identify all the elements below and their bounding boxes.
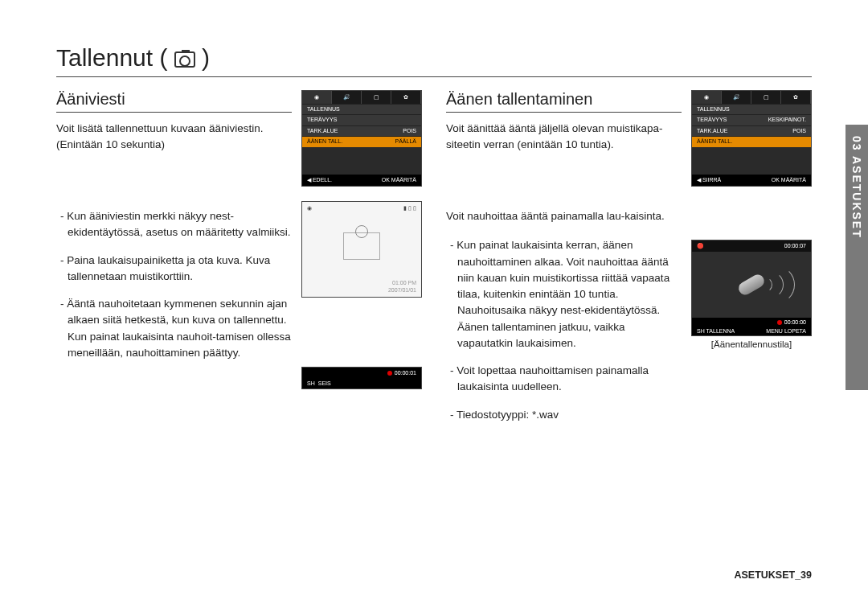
lcd-body-spacer-2 bbox=[692, 147, 811, 175]
spacer bbox=[301, 312, 422, 367]
left-bullet-2: - Paina laukaisupainiketta ja ota kuva. … bbox=[56, 253, 292, 286]
left-text: Ääniviesti Voit lisätä tallennettuun kuv… bbox=[56, 90, 292, 434]
left-images: ◉ 🔊 ▢ ✿ TALLENNUS TERÄVYYS TARK.ALUEPOIS… bbox=[301, 90, 422, 434]
tab-display-icon: ▢ bbox=[751, 91, 781, 104]
strip-timer-row: 00:00:01 bbox=[302, 368, 421, 378]
camera-icon bbox=[174, 51, 195, 68]
footer-back: ◀ EDELL. bbox=[307, 177, 332, 183]
content-columns: Ääniviesti Voit lisätä tallennettuun kuv… bbox=[56, 90, 812, 434]
footer-ok: OK MÄÄRITÄ bbox=[382, 177, 416, 183]
rec-menu: MENU bbox=[766, 328, 783, 334]
rec-exit: LOPETA bbox=[784, 328, 806, 334]
right-images: ◉ 🔊 ▢ ✿ TALLENNUS TERÄVYYSKESKIPAINOT. T… bbox=[691, 90, 812, 434]
left-intro: Voit lisätä tallennettuun kuvaan äänivie… bbox=[56, 121, 292, 152]
footer-ok-2: OK MÄÄRITÄ bbox=[772, 177, 806, 183]
rec-header: 🔴 00:00:07 bbox=[692, 240, 811, 252]
lcd-tabs: ◉ 🔊 ▢ ✿ bbox=[302, 91, 421, 104]
footer-label: ASETUKSET_ bbox=[734, 569, 800, 581]
focus-frame-icon bbox=[343, 232, 380, 260]
rec-timer-row: 00:00:00 bbox=[692, 318, 811, 327]
preview-center bbox=[302, 215, 421, 277]
rec-caption: [Äänentallennustila] bbox=[691, 339, 812, 349]
tab-sound-icon: 🔊 bbox=[332, 91, 362, 104]
preview-time: 01:00 PM bbox=[307, 279, 416, 286]
right-bullet-2: - Voit lopettaa nauhoittamisen painamall… bbox=[446, 363, 682, 396]
lcd-body-spacer bbox=[302, 147, 421, 175]
lcd-row-focus-2: TARK.ALUEPOIS bbox=[692, 125, 811, 136]
tab-sound-icon: 🔊 bbox=[722, 91, 751, 104]
strip-sh: SH bbox=[307, 380, 315, 386]
page-number: 39 bbox=[800, 569, 812, 581]
tab-display-icon: ▢ bbox=[362, 91, 391, 104]
rec-footer: SH TALLENNA MENU LOPETA bbox=[692, 327, 811, 335]
rec-timer: 00:00:00 bbox=[784, 319, 806, 325]
rec-mode-icon: 🔴 bbox=[697, 243, 704, 249]
tab-camera-icon: ◉ bbox=[302, 91, 332, 104]
tab-camera-icon: ◉ bbox=[692, 91, 722, 104]
lcd-recording-strip: 00:00:01 SH SEIS bbox=[301, 367, 422, 389]
right-bullet-1: - Kun painat laukaisinta kerran, äänen n… bbox=[446, 237, 682, 351]
preview-bottom: 01:00 PM 2007/01/01 bbox=[302, 277, 421, 297]
strip-stop: SEIS bbox=[318, 380, 331, 386]
lcd-row-sharpness: TERÄVYYS bbox=[302, 114, 421, 125]
lcd-tabs-2: ◉ 🔊 ▢ ✿ bbox=[692, 91, 811, 104]
rec-record: TALLENNA bbox=[706, 328, 735, 334]
spacer bbox=[691, 201, 812, 225]
camera-mode-icon: ◉ bbox=[307, 205, 312, 212]
sound-waves-icon bbox=[756, 265, 796, 305]
lcd-menu-voice-record: ◉ 🔊 ▢ ✿ TALLENNUS TERÄVYYSKESKIPAINOT. T… bbox=[691, 90, 812, 187]
manual-page: Tallennut ( ) Ääniviesti Voit lisätä tal… bbox=[0, 0, 868, 600]
strip-timer: 00:00:01 bbox=[395, 370, 416, 376]
lcd-footer: ◀ EDELL. OK MÄÄRITÄ bbox=[302, 175, 421, 186]
side-tab: 03 ASETUKSET bbox=[845, 125, 868, 390]
title-prefix: Tallennut ( bbox=[56, 44, 167, 71]
right-intro: Voit äänittää ääntä jäljellä olevan muis… bbox=[446, 121, 682, 152]
lcd-recording-screen: 🔴 00:00:07 00:00:00 SH TALLENNA MEN bbox=[691, 240, 812, 336]
status-icons: ▮ ▯ ▯ bbox=[403, 205, 416, 212]
lcd-row-sharpness-2: TERÄVYYSKESKIPAINOT. bbox=[692, 114, 811, 125]
record-dot-icon bbox=[387, 371, 392, 376]
right-para-1: Voit nauhoittaa ääntä painamalla lau-kai… bbox=[446, 208, 682, 224]
rec-sh: SH bbox=[697, 328, 705, 334]
lcd-menu-voice-memo: ◉ 🔊 ▢ ✿ TALLENNUS TERÄVYYS TARK.ALUEPOIS… bbox=[301, 90, 422, 187]
title-suffix: ) bbox=[202, 44, 210, 71]
lcd-row-focus: TARK.ALUEPOIS bbox=[302, 125, 421, 136]
strip-controls-row: SH SEIS bbox=[302, 378, 421, 388]
right-column: Äänen tallentaminen Voit äänittää ääntä … bbox=[446, 90, 812, 434]
left-column: Ääniviesti Voit lisätä tallennettuun kuv… bbox=[56, 90, 422, 434]
rec-body bbox=[692, 252, 811, 318]
preview-date: 2007/01/01 bbox=[307, 286, 416, 294]
lcd-menu-title: TALLENNUS bbox=[302, 104, 421, 114]
lcd-preview-shoot: ◉ ▮ ▯ ▯ 01:00 PM 2007/01/01 bbox=[301, 201, 422, 298]
left-bullet-1: - Kun ääniviestin merkki näkyy nest-ekid… bbox=[56, 208, 292, 241]
side-tab-label: 03 ASETUKSET bbox=[850, 136, 863, 239]
footer-move: ◀ SIIRRÄ bbox=[697, 177, 721, 183]
rec-header-time: 00:00:07 bbox=[784, 243, 806, 249]
lcd-menu-title-2: TALLENNUS bbox=[692, 104, 811, 114]
right-bullet-3: - Tiedostotyyppi: *.wav bbox=[446, 407, 682, 423]
right-text: Äänen tallentaminen Voit äänittää ääntä … bbox=[446, 90, 682, 434]
page-footer: ASETUKSET_39 bbox=[734, 569, 812, 581]
right-heading: Äänen tallentaminen bbox=[446, 90, 682, 113]
preview-top-icons: ◉ ▮ ▯ ▯ bbox=[302, 202, 421, 215]
lcd-recording-wrapper: 🔴 00:00:07 00:00:00 SH TALLENNA MEN bbox=[691, 240, 812, 349]
page-title: Tallennut ( ) bbox=[56, 44, 812, 77]
tab-settings-icon: ✿ bbox=[781, 91, 811, 104]
tab-settings-icon: ✿ bbox=[391, 91, 421, 104]
record-dot-icon bbox=[777, 320, 782, 325]
left-bullet-3: - Ääntä nauhoitetaan kymmenen sekunnin a… bbox=[56, 296, 292, 361]
lcd-footer-2: ◀ SIIRRÄ OK MÄÄRITÄ bbox=[692, 175, 811, 186]
lcd-row-voice-record-2: ÄÄNEN TALL. bbox=[692, 136, 811, 146]
left-heading: Ääniviesti bbox=[56, 90, 292, 113]
lcd-row-voice-record: ÄÄNEN TALL.PÄÄLLÄ bbox=[302, 136, 421, 146]
